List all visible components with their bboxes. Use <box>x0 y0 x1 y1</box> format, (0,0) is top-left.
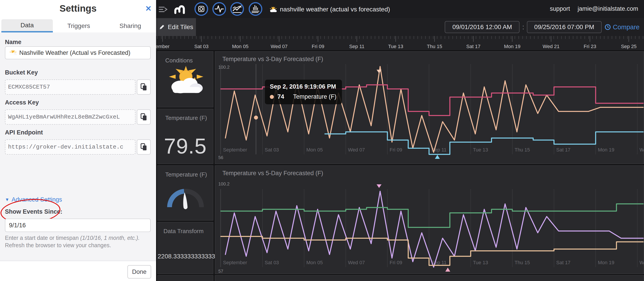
compare-button[interactable]: Compare <box>604 23 640 31</box>
tile-label: Temperature (F) <box>165 115 207 121</box>
bucket-key-field[interactable]: ECMXC85CET57 <box>5 79 136 95</box>
y-axis-max-label: 100.2 <box>218 181 230 187</box>
date-end-input[interactable]: 09/25/2016 07:00 PM <box>527 21 602 33</box>
min-marker-icon <box>435 155 440 159</box>
tile-temperature-gauge[interactable]: Temperature (F) <box>157 165 214 221</box>
pencil-icon <box>159 24 165 30</box>
show-events-since-value: 9/1/16 <box>9 222 26 229</box>
tile-partial <box>157 275 214 281</box>
ruler-label: Tue 13 <box>379 44 412 49</box>
settings-body: Name Nashville Weather (Actual vs Foreca… <box>0 32 156 261</box>
date-separator: : <box>522 23 524 31</box>
tab-sharing[interactable]: Sharing <box>104 19 156 32</box>
help-text: Enter a start date or timespan (1/10/16,… <box>5 234 148 249</box>
caret-down-icon: ▼ <box>5 197 10 202</box>
gauge-icon <box>162 183 208 211</box>
ruler-label: Sep 25 <box>612 44 644 49</box>
x-axis-label: Wed 21 <box>640 260 644 265</box>
show-events-since-input[interactable]: 9/1/16 <box>5 219 151 232</box>
tiles-app-icon[interactable] <box>194 2 208 16</box>
waves-histogram-icon[interactable] <box>248 2 263 16</box>
x-axis-label: Sep 11 <box>431 260 446 265</box>
api-endpoint-field[interactable]: https://groker-dev.initialstate.c <box>5 139 136 155</box>
name-input[interactable]: Nashville Weather (Actual vs Forecasted) <box>5 46 151 59</box>
access-key-value: WgAHL1yeBmArwUHhRezL8eBmZ2wcGxeL <box>8 114 120 120</box>
tile-data-transform[interactable]: Data Transform 2208.3333333333335 <box>157 222 214 274</box>
settings-panel: Settings ✕ Data Triggers Sharing Name Na… <box>0 0 156 281</box>
dashboard-title: nashville weather (actual vs forecasted) <box>269 5 390 13</box>
sun-behind-cloud-icon <box>9 49 17 56</box>
compare-label: Compare <box>613 23 640 31</box>
tile-temperature-number[interactable]: Temperature (F) 79.5 <box>157 109 214 164</box>
done-button[interactable]: Done <box>128 265 151 279</box>
name-label: Name <box>5 39 22 46</box>
settings-footer: Done <box>0 261 156 281</box>
panel-title: Settings <box>0 3 156 14</box>
tab-data[interactable]: Data <box>1 19 53 32</box>
support-link[interactable]: support <box>550 5 570 12</box>
edit-tiles-button[interactable]: Edit Tiles <box>156 18 196 36</box>
dashboard-title-text: nashville weather (actual vs forecasted) <box>280 6 390 13</box>
x-axis-label: September <box>223 260 247 265</box>
edit-tiles-label: Edit Tiles <box>168 23 193 31</box>
copy-access-key-button[interactable] <box>137 109 151 125</box>
max-marker-icon <box>377 184 382 188</box>
tile-label: Conditions <box>165 57 193 64</box>
dashboard: nashville weather (actual vs forecasted)… <box>156 0 644 281</box>
x-axis-label: Tue 13 <box>473 260 488 265</box>
show-events-since-label: Show Events Since: <box>5 208 62 215</box>
bucket-key-label: Bucket Key <box>5 69 38 76</box>
advanced-settings-label: Advanced Settings <box>12 196 62 203</box>
ruler-label: Sat 17 <box>456 44 490 49</box>
ruler-label: Thu 15 <box>418 44 452 49</box>
advanced-settings-toggle[interactable]: ▼ Advanced Settings <box>5 196 62 203</box>
ruler-label: Sep 11 <box>340 44 374 49</box>
close-icon[interactable]: ✕ <box>145 4 152 13</box>
chart-partial <box>215 275 644 281</box>
x-axis-label: Sat 03 <box>265 147 279 153</box>
clock-icon <box>604 24 611 30</box>
menu-icon[interactable] <box>158 5 168 13</box>
ruler-label: Fri 23 <box>573 44 607 49</box>
api-endpoint-label: API Endpoint <box>5 129 43 136</box>
pulse-icon[interactable] <box>212 2 226 16</box>
tile-label: Temperature (F) <box>165 171 207 178</box>
lines-chart-icon[interactable] <box>230 2 244 16</box>
access-key-label: Access Key <box>5 99 39 106</box>
ruler-label: Wed 21 <box>534 44 568 49</box>
tab-triggers[interactable]: Triggers <box>53 19 104 32</box>
chart-3day-tile[interactable]: SeptemberSat 03Mon 05Wed 07Fri 09Sep 11T… <box>215 51 644 164</box>
series-dot-icon <box>270 95 274 99</box>
x-axis-label: Wed 21 <box>640 147 644 153</box>
top-bar: nashville weather (actual vs forecasted)… <box>156 0 644 18</box>
date-start-input[interactable]: 09/01/2016 12:00 AM <box>445 21 520 33</box>
tooltip-series-label: Temperature (F) <box>293 93 336 100</box>
min-marker-icon <box>446 268 450 272</box>
x-axis-label: Sat 17 <box>556 147 570 153</box>
chart-title: Temperature vs 3-Day Forecasted (F) <box>222 56 323 63</box>
initialstate-logo-icon[interactable] <box>173 3 189 15</box>
tile-label: Data Transform <box>164 228 204 235</box>
timeline-ruler[interactable]: emberSat 03Mon 05Wed 07Fri 09Sep 11Tue 1… <box>156 36 644 50</box>
tooltip-value: 74 <box>278 93 284 100</box>
x-axis-label: Fri 09 <box>390 260 402 265</box>
account-email[interactable]: jamie@initialstate.com <box>578 5 638 12</box>
app-root: nashville weather (actual vs forecasted)… <box>0 0 644 281</box>
x-axis-label: Tue 13 <box>473 147 488 153</box>
x-axis-label: Wed 07 <box>348 147 365 153</box>
series-actual <box>226 66 644 152</box>
name-value: Nashville Weather (Actual vs Forecasted) <box>19 49 130 56</box>
y-axis-min-label: 56 <box>218 155 223 160</box>
series-forecast <box>221 204 644 227</box>
tile-conditions[interactable]: Conditions <box>157 51 214 107</box>
settings-tabs: Data Triggers Sharing <box>0 19 156 32</box>
x-axis-label: Thu 15 <box>514 260 530 265</box>
copy-api-endpoint-button[interactable] <box>137 139 151 155</box>
copy-bucket-key-button[interactable] <box>137 79 151 95</box>
x-axis-label: Wed 07 <box>348 260 365 265</box>
toolbar-row: Edit Tiles 09/01/2016 12:00 AM : 09/25/2… <box>156 18 644 36</box>
chart-5day-tile[interactable]: SeptemberSat 03Mon 05Wed 07Fri 09Sep 11T… <box>215 165 644 274</box>
ruler-label: Sat 03 <box>185 44 218 49</box>
access-key-field[interactable]: WgAHL1yeBmArwUHhRezL8eBmZ2wcGxeL <box>5 109 136 125</box>
hover-point-dot <box>254 116 258 120</box>
